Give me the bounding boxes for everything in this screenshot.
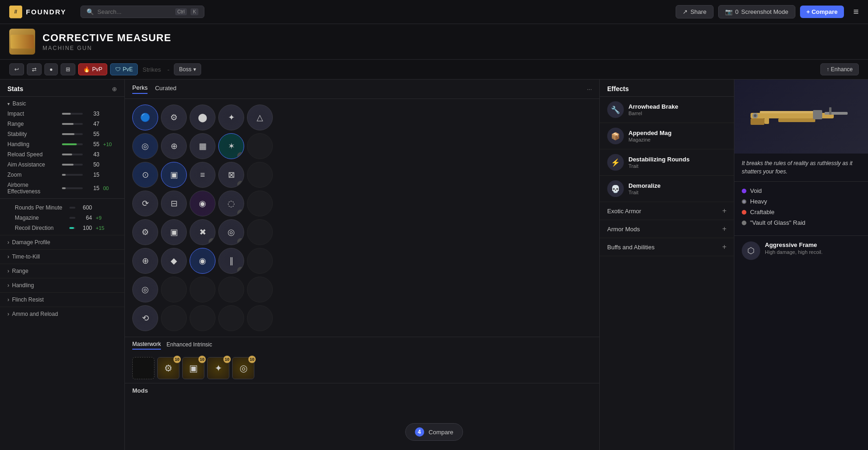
perk-slot[interactable]: ⊕: [132, 248, 158, 274]
undo-button[interactable]: ↩: [9, 63, 24, 75]
collapsible-section-row[interactable]: ›Damage Profile: [0, 235, 124, 249]
collapsible-section-row[interactable]: ›Flinch Resist: [0, 292, 124, 307]
effect-row[interactable]: 🔧 Arrowhead Brake Barrel: [600, 97, 734, 123]
recoil-row: Recoil Direction 100 +15: [7, 223, 117, 233]
perk-slot[interactable]: ⚙: [161, 105, 187, 130]
perk-slot[interactable]: ⊠-: [218, 162, 244, 188]
screenshot-button[interactable]: 📷 0 Screenshot Mode: [718, 5, 795, 18]
tab-enhanced-intrinsic[interactable]: Enhanced Intrinsic: [166, 341, 212, 349]
stat-name: Airborne Effectiveness: [7, 182, 58, 195]
perk-slot[interactable]: ◉: [190, 191, 215, 216]
search-input[interactable]: [98, 8, 172, 15]
perk-slot[interactable]: ⊟: [161, 191, 187, 216]
collapsible-section-row[interactable]: ›Ammo and Reload: [0, 307, 124, 321]
stat-bar: [62, 123, 74, 125]
toolbar-dash1: -: [167, 66, 169, 73]
weapon-title: CORRECTIVE MEASURE MACHINE GUN: [43, 32, 171, 51]
rpm-label: Rounds Per Minute: [15, 204, 66, 211]
perk-slot[interactable]: 🔵: [132, 105, 158, 130]
perk-slot-inner: ⊠: [222, 166, 240, 184]
hamburger-menu[interactable]: ≡: [853, 6, 859, 17]
masterwork-slot[interactable]: [132, 357, 154, 379]
basic-label[interactable]: ▾ Basic: [0, 97, 124, 109]
share-button[interactable]: ↗ Share: [676, 5, 714, 18]
compare-badge[interactable]: 4 Compare: [405, 423, 463, 441]
main-content: Stats ⊕ ▾ Basic Impact 33 Range 47 Stabi…: [0, 80, 868, 450]
perk-slot-inner: ◉: [193, 194, 212, 213]
dot-button[interactable]: ●: [44, 63, 58, 75]
perk-slot[interactable]: ⟲: [132, 305, 158, 331]
stat-row: Range 47: [0, 119, 124, 129]
perk-slot: [247, 219, 273, 245]
perk-slot[interactable]: ∥-: [218, 248, 244, 274]
perk-slot[interactable]: △: [247, 105, 273, 130]
pvp-button[interactable]: 🔥 PvP: [78, 63, 107, 75]
trait-list: Void Heavy Craftable "Vault of Glass" Ra…: [734, 182, 868, 235]
collapsible-section-row[interactable]: ›Time-to-Kill: [0, 249, 124, 264]
expandable-label: Exotic Armor: [607, 208, 641, 215]
collapsible-label: Handling: [12, 282, 34, 289]
perks-options-button[interactable]: ···: [587, 86, 592, 92]
perk-slot: [161, 277, 187, 302]
collapsible-section-row[interactable]: ›Range: [0, 264, 124, 278]
perk-grid: 🔵⚙⬤✦△◎⊕▦✶-⊙▣≡⊠-⟳⊟◉◌-⚙▣✖-◎-⊕◆◉∥-◎⟲: [125, 99, 599, 337]
far-right-panel: It breaks the rules of reality as ruthle…: [734, 80, 868, 450]
stat-name: Aim Assistance: [7, 161, 58, 168]
perk-slot[interactable]: ◎: [132, 133, 158, 159]
stats-toggle[interactable]: ⊕: [112, 86, 117, 92]
compare-button[interactable]: + Compare: [800, 6, 844, 18]
search-bar[interactable]: 🔍 Ctrl K: [80, 6, 204, 18]
perk-slot-inner: 🔵: [136, 108, 154, 127]
expandable-effect-row[interactable]: Armor Mods +: [600, 220, 734, 238]
perk-slot[interactable]: ⬤: [190, 105, 215, 130]
redo-button[interactable]: ⇄: [27, 63, 42, 75]
perk-slot-inner: ≡: [193, 166, 212, 184]
perk-slot[interactable]: ▣: [161, 219, 187, 245]
expandable-effect-row[interactable]: Exotic Armor +: [600, 202, 734, 220]
perk-slot[interactable]: ◌-: [218, 191, 244, 216]
tab-masterwork[interactable]: Masterwork: [132, 341, 161, 350]
collapsible-section-row[interactable]: ›Handling: [0, 278, 124, 292]
weapon-name: CORRECTIVE MEASURE: [43, 32, 171, 44]
stat-bar: [62, 113, 71, 115]
perk-slot[interactable]: ✖-: [190, 219, 215, 245]
masterwork-slot[interactable]: ◎ 10: [232, 357, 254, 379]
perk-slot[interactable]: ⊕: [161, 133, 187, 159]
mw-slot-icon: ◎: [240, 363, 247, 374]
tab-perks[interactable]: Perks: [132, 84, 148, 94]
pve-button[interactable]: 🛡 PvE: [110, 63, 138, 75]
perk-slot[interactable]: ≡: [190, 162, 215, 188]
perk-slot[interactable]: ◉: [190, 248, 215, 274]
stat-bar: [62, 174, 66, 176]
grid-button[interactable]: ⊞: [61, 63, 75, 75]
perk-slot[interactable]: ▣: [161, 162, 187, 188]
effect-row[interactable]: ⚡ Destabilizing Rounds Trait: [600, 149, 734, 176]
tab-curated[interactable]: Curated: [155, 85, 176, 93]
expandable-effect-row[interactable]: Buffs and Abilities +: [600, 238, 734, 256]
effect-row[interactable]: 💀 Demoralize Trait: [600, 176, 734, 202]
perk-slot-inner: ◎: [136, 137, 154, 155]
masterwork-slot[interactable]: ✦ 10: [207, 357, 229, 379]
masterwork-slot[interactable]: ▣ 10: [182, 357, 204, 379]
recoil-bonus: +15: [96, 225, 110, 231]
masterwork-slot[interactable]: ⚙ 10: [157, 357, 179, 379]
collapsible-sections: ›Damage Profile›Time-to-Kill›Range›Handl…: [0, 235, 124, 321]
perk-slot[interactable]: ✶-: [218, 133, 244, 159]
stat-bar: [62, 187, 66, 189]
intrinsic-row: ⬡ Aggressive Frame High damage, high rec…: [734, 235, 868, 265]
perk-slot[interactable]: ◎-: [218, 219, 244, 245]
effect-row[interactable]: 📦 Appended Mag Magazine: [600, 123, 734, 149]
perk-slot[interactable]: ✦: [218, 105, 244, 130]
stat-bonus: +10: [103, 142, 117, 147]
perk-slot[interactable]: ⊙: [132, 162, 158, 188]
perk-slot[interactable]: ▦: [190, 133, 215, 159]
enhance-button[interactable]: ↑ Enhance: [820, 63, 859, 75]
perk-slot[interactable]: ⚙: [132, 219, 158, 245]
collapsible-label: Range: [12, 268, 28, 274]
stat-bar-container: [62, 143, 83, 145]
boss-button[interactable]: Boss ▾: [174, 63, 201, 75]
perk-slot[interactable]: ⟳: [132, 191, 158, 216]
perk-slot[interactable]: ◆: [161, 248, 187, 274]
effect-info: Demoralize Trait: [628, 182, 726, 195]
perk-slot[interactable]: ◎: [132, 277, 158, 302]
